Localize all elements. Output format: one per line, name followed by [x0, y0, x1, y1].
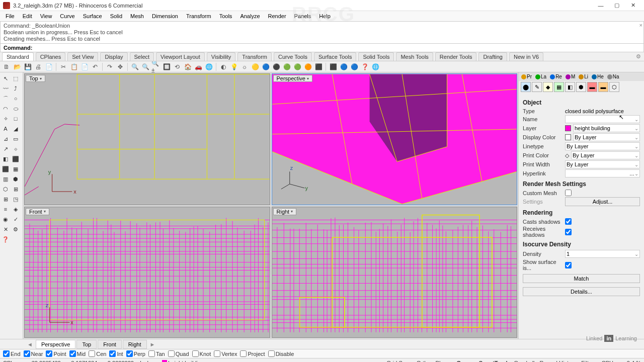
panel-tab-li[interactable]: Li [577, 73, 590, 80]
toolbar-icon-26[interactable]: 🟢 [293, 62, 302, 71]
left-tool-13[interactable]: ▭ [11, 134, 20, 143]
cmd-hist-x-icon[interactable]: × [639, 22, 642, 29]
viewport-label-perspective[interactable]: Perspective▾ [273, 75, 312, 82]
left-tool-32[interactable]: ❓ [1, 235, 10, 244]
left-tool-9[interactable]: □ [11, 114, 20, 123]
left-tool-25[interactable]: ◳ [11, 195, 20, 204]
left-tool-12[interactable]: ⊿ [1, 134, 10, 143]
toolbar-icon-9[interactable]: ↷ [105, 62, 114, 71]
ribbon-tab-solid-tools[interactable]: Solid Tools [358, 52, 394, 61]
texture-icon[interactable]: ◆ [543, 82, 553, 92]
tab-left-icon[interactable]: ◄ [25, 341, 35, 347]
view-tab-right[interactable]: Right [123, 340, 147, 349]
status-toggle-osnap[interactable]: Osnap [454, 360, 475, 363]
casts-checkbox[interactable] [565, 218, 572, 225]
left-tool-18[interactable]: ⬛ [1, 164, 10, 173]
tab-right-icon[interactable]: ► [148, 341, 157, 347]
left-tool-24[interactable]: ⊞ [1, 195, 10, 204]
toolbar-icon-27[interactable]: 🟠 [303, 62, 312, 71]
ribbon-tab-set-view[interactable]: Set View [67, 52, 98, 61]
left-tool-29[interactable]: ✓ [11, 215, 20, 224]
toolbar-icon-28[interactable]: ⬛ [314, 62, 323, 71]
toolbar-icon-33[interactable]: 🌐 [371, 62, 380, 71]
custom-mesh-checkbox[interactable] [565, 190, 572, 196]
osnap-point[interactable]: Point [46, 350, 66, 357]
chevron-down-icon[interactable]: ▾ [40, 76, 42, 81]
ribbon-tab-visibility[interactable]: Visibility [207, 52, 236, 61]
menu-render[interactable]: Render [265, 12, 290, 20]
viewport-perspective[interactable]: Perspective▾ [272, 73, 518, 205]
panel-tab-m[interactable]: M [564, 73, 577, 80]
left-tool-28[interactable]: ◉ [1, 215, 10, 224]
osnap-mid[interactable]: Mid [69, 350, 86, 357]
viewport-label-front[interactable]: Front▾ [26, 208, 49, 215]
command-input[interactable] [35, 45, 640, 51]
receives-checkbox[interactable] [565, 229, 572, 235]
edge-icon[interactable]: ⬢ [576, 82, 586, 92]
left-tool-16[interactable]: ◧ [1, 154, 10, 163]
status-toggle-gumball[interactable]: Gumball [512, 360, 537, 363]
ribbon-tab-surface-tools[interactable]: Surface Tools [314, 52, 356, 61]
menu-view[interactable]: View [37, 12, 56, 20]
menu-help[interactable]: Help [315, 12, 334, 20]
osnap-disable[interactable]: Disable [268, 350, 294, 357]
toolbar-icon-3[interactable]: 🖨 [34, 62, 43, 71]
status-toggle-ortho[interactable]: Ortho [415, 360, 433, 363]
details-button[interactable]: Details... [523, 287, 640, 296]
osnap-near[interactable]: Near [24, 350, 43, 357]
mapping-icon[interactable]: ▦ [554, 82, 564, 92]
left-tool-14[interactable]: ↗ [1, 144, 10, 153]
status-toggle-planar[interactable]: Planar [434, 360, 454, 363]
show-iso-checkbox[interactable] [565, 262, 572, 268]
adjust-button[interactable]: Adjust... [565, 197, 640, 206]
toolbar-icon-17[interactable]: 🚗 [194, 62, 203, 71]
osnap-cen[interactable]: Cen [89, 350, 106, 357]
linetype-dropdown[interactable]: By Layer [565, 142, 640, 150]
layer-dropdown[interactable]: height building [573, 124, 640, 132]
osnap-tan[interactable]: Tan [148, 350, 165, 357]
panel-tab-pr[interactable]: Pr [520, 73, 533, 80]
toolbar-icon-25[interactable]: 🟢 [282, 62, 291, 71]
menu-solid[interactable]: Solid [107, 12, 126, 20]
close-button[interactable]: ✕ [625, 1, 641, 10]
menu-surface[interactable]: Surface [79, 12, 106, 20]
left-tool-10[interactable]: A [1, 124, 10, 133]
dispcolor-dropdown[interactable]: By Layer [573, 133, 640, 141]
left-tool-15[interactable]: ⟐ [11, 144, 20, 153]
chevron-down-icon[interactable]: ▾ [291, 209, 293, 214]
toolbar-icon-8[interactable]: ↶ [91, 62, 100, 71]
left-tool-31[interactable]: ⚙ [11, 225, 20, 234]
status-toggle-smarttrack[interactable]: SmartTrack [477, 360, 511, 363]
status-toggle-filter[interactable]: Filter [579, 360, 595, 363]
toolbar-icon-19[interactable]: ◐ [219, 62, 228, 71]
command-line[interactable]: Command: [0, 44, 644, 52]
decal-icon[interactable]: ◧ [565, 82, 575, 92]
toolbar-icon-12[interactable]: 🔍 [141, 62, 150, 71]
status-toggle-record-history[interactable]: Record History [538, 360, 579, 363]
chevron-down-icon[interactable]: ▾ [307, 76, 309, 81]
osnap-perp[interactable]: Perp [126, 350, 145, 357]
toolbar-icon-21[interactable]: ☼ [240, 62, 249, 71]
osnap-project[interactable]: Project [240, 350, 265, 357]
ribbon-tab-viewport-layout[interactable]: Viewport Layout [156, 52, 205, 61]
viewport-label-top[interactable]: Top▾ [26, 75, 45, 82]
toolbar-icon-2[interactable]: 💾 [23, 62, 32, 71]
gear-icon[interactable]: ⚙ [636, 53, 641, 60]
left-tool-1[interactable]: ⬚ [11, 74, 20, 83]
left-tool-23[interactable]: ⊞ [11, 185, 20, 194]
toolbar-icon-23[interactable]: 🔵 [261, 62, 270, 71]
printcolor-dropdown[interactable]: By Layer [571, 151, 640, 159]
toolbar-icon-4[interactable]: 📄 [44, 62, 53, 71]
toolbar-icon-30[interactable]: 🔵 [339, 62, 348, 71]
match-button[interactable]: Match [523, 274, 640, 283]
left-tool-26[interactable]: ≡ [1, 205, 10, 214]
left-tool-30[interactable]: ✕ [1, 225, 10, 234]
ribbon-tab-drafting[interactable]: Drafting [478, 52, 507, 61]
toolbar-icon-32[interactable]: ❓ [360, 62, 369, 71]
toolbar-icon-20[interactable]: 💡 [229, 62, 238, 71]
osnap-quad[interactable]: Quad [168, 350, 189, 357]
ribbon-tab-new-in-v6[interactable]: New in V6 [509, 52, 543, 61]
panel-tab-na[interactable]: Na [606, 73, 621, 80]
density-input[interactable]: 1 [565, 250, 640, 258]
left-tool-0[interactable]: ↖ [1, 74, 10, 83]
